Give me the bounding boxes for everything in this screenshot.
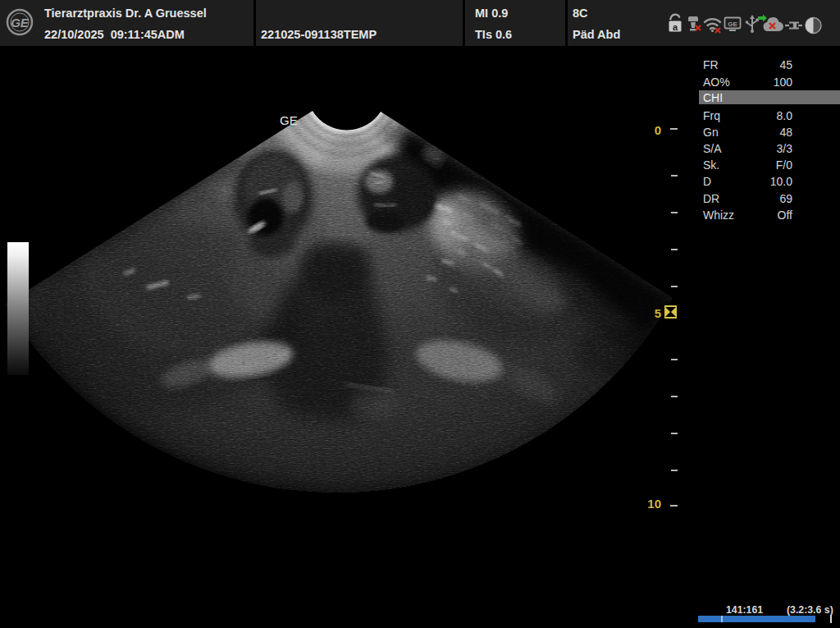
svg-text:8.0: 8.0 — [777, 109, 793, 122]
svg-text:Frq: Frq — [703, 109, 720, 122]
svg-text:FR: FR — [703, 58, 719, 71]
svg-text:3/3: 3/3 — [777, 142, 793, 155]
svg-text:GE: GE — [11, 16, 30, 30]
svg-text:TIs 0.6: TIs 0.6 — [475, 28, 512, 41]
svg-text:100: 100 — [774, 76, 793, 89]
svg-text:69: 69 — [779, 192, 792, 205]
svg-text:GE: GE — [728, 21, 737, 28]
svg-text:S/A: S/A — [703, 142, 722, 155]
svg-text:F/0: F/0 — [776, 158, 792, 172]
svg-text:221025-091138TEMP: 221025-091138TEMP — [261, 28, 377, 41]
svg-text:10: 10 — [647, 497, 661, 511]
svg-text:(3.2:3.6 s): (3.2:3.6 s) — [787, 604, 833, 616]
svg-text:AO%: AO% — [703, 76, 730, 89]
svg-text:Sk.: Sk. — [703, 158, 719, 172]
svg-text:5: 5 — [655, 306, 661, 320]
svg-text:Whizz: Whizz — [703, 209, 734, 222]
svg-text:Päd Abd: Päd Abd — [573, 28, 620, 41]
svg-text:Gn: Gn — [703, 126, 719, 139]
svg-text:CHI: CHI — [703, 91, 723, 104]
svg-text:8C: 8C — [573, 7, 588, 20]
svg-text:10.0: 10.0 — [770, 175, 792, 188]
svg-text:Off: Off — [778, 209, 793, 222]
svg-text:22/10/2025 09:11:45ADM: 22/10/2025 09:11:45ADM — [44, 28, 185, 41]
svg-text:MI 0.9: MI 0.9 — [475, 7, 508, 20]
svg-text:48: 48 — [779, 126, 792, 139]
svg-text:141:161: 141:161 — [726, 604, 763, 616]
svg-text:0: 0 — [655, 123, 661, 137]
svg-text:GE: GE — [280, 113, 298, 127]
svg-text:D: D — [703, 175, 711, 188]
svg-text:a: a — [673, 22, 678, 32]
svg-text:45: 45 — [779, 58, 792, 71]
svg-text:Tierarztpraxis Dr. A Gruessel: Tierarztpraxis Dr. A Gruessel — [44, 7, 207, 20]
svg-text:DR: DR — [703, 192, 719, 205]
